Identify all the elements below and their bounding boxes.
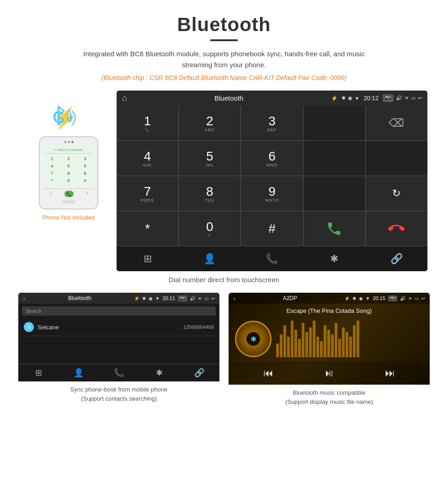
bluetooth-signal: ʘ ⚡ <box>48 100 80 136</box>
phone-key-0[interactable]: 0 <box>61 177 76 184</box>
music-cam-icon[interactable]: 📷 <box>388 295 397 301</box>
phone-key-5[interactable]: 5 <box>61 163 76 169</box>
dial-key-hash[interactable]: # <box>241 211 303 246</box>
phone-key-star[interactable]: * <box>44 177 60 184</box>
music-art-area: ✱ <box>229 316 430 362</box>
pb-contacts-icon[interactable]: 👤 <box>59 368 99 378</box>
camera-icon[interactable]: 📷 <box>383 94 394 102</box>
pb-contact-initial: S <box>27 324 30 330</box>
phone-top-bar <box>43 141 95 143</box>
dial-backspace[interactable]: ⌫ <box>366 106 427 140</box>
pb-contact-name: Seicane <box>37 324 183 331</box>
phone-key-1[interactable]: 1 <box>44 156 60 162</box>
svg-marker-0 <box>59 107 64 116</box>
phone-key-3[interactable]: 3 <box>77 156 93 162</box>
dial-reload[interactable]: ↻ <box>366 176 427 211</box>
viz-bar <box>338 339 341 357</box>
dial-key-3[interactable]: 3 DEF <box>241 106 303 140</box>
dial-sub: PQRS <box>141 198 155 203</box>
music-screen: ⌂ A2DP ⚡ ✱ ◉ ▼ 20:15 📷 🔊 ✕ ▭ ↩ Escape (T… <box>229 293 430 385</box>
phone-key-6[interactable]: 6 <box>77 163 93 169</box>
next-track-button[interactable]: ⏭ <box>385 367 395 379</box>
dial-call-green[interactable] <box>304 211 365 246</box>
music-loc-icon: ◉ <box>359 296 363 301</box>
dialpad-grid: 1 📞 2 ABC 3 DEF ⌫ 4 GHI 5 JKL <box>117 106 427 246</box>
dial-key-5[interactable]: 5 JKL <box>179 141 240 176</box>
phone-icon[interactable]: 📞 <box>241 247 303 271</box>
pb-grid-icon[interactable]: ⊞ <box>18 368 59 378</box>
call-green-icon <box>326 220 342 237</box>
contacts-icon[interactable]: 👤 <box>179 247 240 271</box>
pb-home-icon[interactable]: ⌂ <box>23 296 26 301</box>
pb-search-field[interactable]: Search <box>22 306 216 316</box>
title-divider <box>210 39 238 41</box>
dial-key-6[interactable]: 6 MNO <box>241 141 303 176</box>
dial-key-2[interactable]: 2 ABC <box>179 106 240 140</box>
dial-call-red[interactable] <box>366 211 427 246</box>
pb-back-icon[interactable]: ↩ <box>211 296 215 301</box>
phone-key-4[interactable]: 4 <box>44 163 60 169</box>
viz-bar <box>324 325 326 357</box>
play-pause-button[interactable]: ⏯ <box>324 367 334 379</box>
dial-sub: MNO <box>267 163 277 167</box>
viz-bar <box>331 334 334 357</box>
dial-key-4[interactable]: 4 GHI <box>117 141 178 176</box>
main-content: ʘ ⚡ <box>0 91 448 271</box>
phone-key-7[interactable]: 7 <box>44 170 60 177</box>
phone-home-button[interactable] <box>62 200 75 204</box>
dial-key-star[interactable]: * <box>117 211 178 246</box>
bt-signal-visual: ʘ ⚡ <box>48 100 80 136</box>
music-back-icon[interactable]: ↩ <box>421 296 425 301</box>
pb-vol-icon[interactable]: 🔊 <box>190 296 195 301</box>
pb-cam-icon[interactable]: 📷 <box>178 295 187 301</box>
home-icon[interactable]: ⌂ <box>122 93 127 103</box>
viz-bar <box>316 337 319 357</box>
dial-number: 0 <box>206 220 213 234</box>
grid-icon[interactable]: ⊞ <box>117 247 178 271</box>
pb-win-icon[interactable]: ▭ <box>204 296 208 301</box>
page-title: Bluetooth <box>0 0 448 36</box>
dial-key-9[interactable]: 9 WXYZ <box>241 176 303 211</box>
window-icon[interactable]: ▭ <box>411 95 416 101</box>
music-win-icon[interactable]: ▭ <box>415 296 419 301</box>
pb-usb-icon: ⚡ <box>134 296 139 301</box>
dial-number: 9 <box>268 184 276 199</box>
close-icon[interactable]: ✕ <box>405 95 409 101</box>
dial-number: 4 <box>144 149 151 164</box>
pb-phone-icon[interactable]: 📞 <box>99 368 139 378</box>
dial-number: # <box>268 221 276 236</box>
music-close-icon[interactable]: ✕ <box>408 296 412 301</box>
dial-key-8[interactable]: 8 TUV <box>179 176 240 211</box>
car-head-unit-screen: ⌂ Bluetooth ⚡ ✱ ◉ ▼ 20:12 📷 🔊 ✕ ▭ ↩ 1 📞 <box>117 91 427 271</box>
music-title: A2DP <box>239 295 341 301</box>
back-icon[interactable]: ↩ <box>418 95 422 101</box>
viz-bar <box>342 327 345 357</box>
phone-key-hash[interactable]: # <box>77 177 93 184</box>
phone-key-2[interactable]: 2 <box>61 156 76 162</box>
status-time: 20:12 <box>363 95 379 102</box>
phone-key-8[interactable]: 8 <box>61 170 76 177</box>
pb-link-icon[interactable]: 🔗 <box>179 368 219 378</box>
volume-icon[interactable]: 🔊 <box>396 95 402 101</box>
dial-key-7[interactable]: 7 PQRS <box>117 176 178 211</box>
dial-key-1[interactable]: 1 📞 <box>117 106 178 140</box>
pb-bt-bottom-icon[interactable]: ✱ <box>139 368 179 378</box>
music-vol-icon[interactable]: 🔊 <box>400 296 405 301</box>
link-icon[interactable]: 🔗 <box>366 247 427 271</box>
wifi-icon: ▼ <box>355 96 360 101</box>
prev-track-button[interactable]: ⏮ <box>263 367 273 379</box>
viz-bar <box>313 321 315 357</box>
dial-empty-1 <box>304 106 365 140</box>
phone-call-button[interactable]: 📞 <box>64 191 74 197</box>
viz-bar <box>287 337 290 357</box>
phone-key-9[interactable]: 9 <box>77 170 93 177</box>
bt-bottom-icon[interactable]: ✱ <box>304 247 365 271</box>
pb-contact-row[interactable]: S Seicane 13566664466 <box>18 318 219 336</box>
dial-sub: WXYZ <box>265 198 279 203</box>
call-red-icon <box>388 220 405 237</box>
pb-close-icon[interactable]: ✕ <box>198 296 202 301</box>
music-home-icon[interactable]: ⌂ <box>233 296 236 301</box>
pb-loc-icon: ◉ <box>149 296 153 301</box>
dial-key-0[interactable]: 0 + <box>179 211 240 246</box>
music-time: 20:15 <box>373 295 385 301</box>
